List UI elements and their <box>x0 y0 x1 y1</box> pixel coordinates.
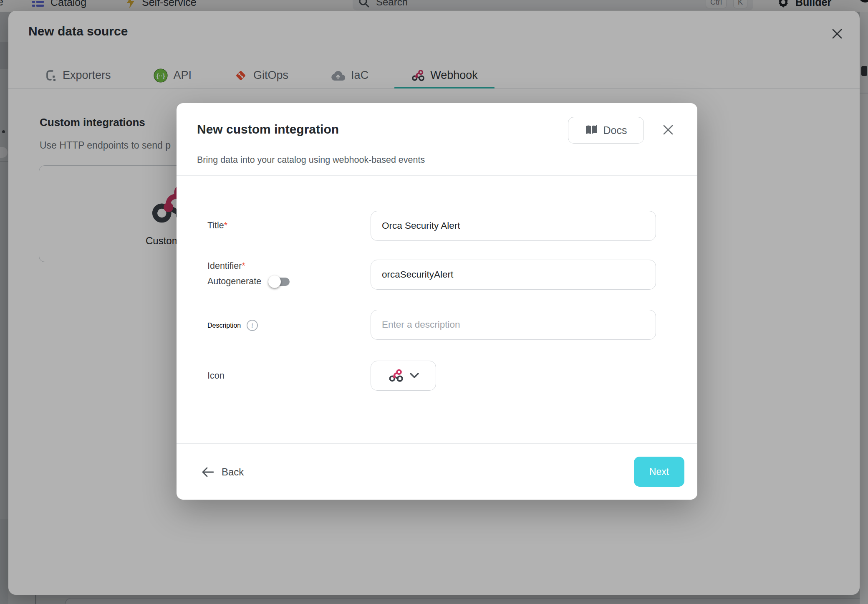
icon-field-label: Icon <box>207 371 225 381</box>
required-asterisk: * <box>224 220 227 230</box>
webhook-icon <box>388 368 403 383</box>
next-button[interactable]: Next <box>634 457 684 487</box>
title-field-label: Title* <box>207 220 227 231</box>
arrow-left-icon <box>202 467 214 477</box>
description-input[interactable] <box>371 310 656 340</box>
book-icon <box>585 125 598 136</box>
modal-footer: Back Next <box>177 443 697 500</box>
toggle-thumb <box>268 275 281 288</box>
docs-button-label: Docs <box>603 124 627 136</box>
identifier-input[interactable] <box>371 260 656 290</box>
description-field-label: Description i <box>207 320 258 331</box>
integration-modal-subtitle: Bring data into your catalog using webho… <box>197 155 425 165</box>
header-divider <box>177 175 697 176</box>
identifier-field-label: Identifier* <box>207 261 245 271</box>
back-button[interactable]: Back <box>202 444 244 500</box>
autogenerate-toggle[interactable] <box>270 278 290 286</box>
close-icon[interactable] <box>661 123 675 136</box>
icon-select-dropdown[interactable] <box>371 361 436 391</box>
back-button-label: Back <box>222 466 244 478</box>
new-custom-integration-modal: New custom integration Bring data into y… <box>177 103 697 500</box>
integration-modal-title: New custom integration <box>197 122 339 136</box>
docs-button[interactable]: Docs <box>568 117 644 144</box>
info-icon[interactable]: i <box>247 320 258 331</box>
required-asterisk: * <box>242 261 245 271</box>
chevron-down-icon <box>410 373 419 379</box>
title-input[interactable] <box>371 211 656 241</box>
autogenerate-label: Autogenerate <box>207 276 261 287</box>
